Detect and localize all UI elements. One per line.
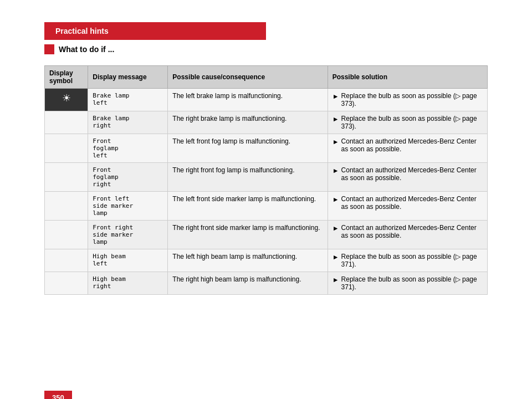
solution-text: Contact an authorized Mercedes-Benz Cent… bbox=[341, 166, 483, 182]
table-row: Brake lamp rightThe right brake lamp is … bbox=[45, 111, 488, 134]
list-item: ►Replace the bulb as soon as possible (▷… bbox=[332, 115, 483, 130]
symbol-cell-empty bbox=[45, 111, 88, 134]
solution-text: Replace the bulb as soon as possible (▷ … bbox=[341, 275, 483, 291]
col-header-solution: Possible solution bbox=[328, 66, 487, 89]
arrow-icon: ► bbox=[332, 196, 339, 203]
table-row: Front right side marker lampThe right fr… bbox=[45, 221, 488, 249]
solution-text: Replace the bulb as soon as possible (▷ … bbox=[341, 115, 483, 130]
list-item: ►Replace the bulb as soon as possible (▷… bbox=[332, 275, 483, 291]
arrow-icon: ► bbox=[332, 138, 339, 146]
table-row: Front foglamp rightThe right front fog l… bbox=[45, 163, 488, 192]
message-cell: Brake lamp left bbox=[88, 89, 168, 111]
bulb-icon: ☀ bbox=[62, 93, 71, 104]
message-cell: Front foglamp right bbox=[88, 163, 168, 192]
message-cell: Brake lamp right bbox=[88, 111, 168, 134]
arrow-icon: ► bbox=[332, 115, 339, 123]
header-bar: Practical hints bbox=[44, 22, 266, 40]
solution-cell: ►Replace the bulb as soon as possible (▷… bbox=[328, 272, 487, 295]
section-title-bar bbox=[44, 44, 54, 54]
cause-cell: The right brake lamp is malfunctioning. bbox=[168, 111, 328, 134]
table-row: Front foglamp leftThe left front fog lam… bbox=[45, 134, 488, 163]
table-header-row: Display symbol Display message Possible … bbox=[45, 66, 488, 89]
list-item: ►Replace the bulb as soon as possible (▷… bbox=[332, 92, 483, 108]
list-item: ►Contact an authorized Mercedes-Benz Cen… bbox=[332, 224, 483, 239]
solution-text: Contact an authorized Mercedes-Benz Cent… bbox=[341, 137, 483, 153]
col-header-symbol: Display symbol bbox=[45, 66, 88, 89]
solution-cell: ►Replace the bulb as soon as possible (▷… bbox=[328, 249, 487, 272]
cause-cell: The right front side marker lamp is malf… bbox=[168, 221, 328, 249]
cause-cell: The left front side marker lamp is malfu… bbox=[168, 192, 328, 221]
solution-text: Replace the bulb as soon as possible (▷ … bbox=[341, 253, 483, 268]
main-table: Display symbol Display message Possible … bbox=[44, 65, 488, 295]
message-cell: Front foglamp left bbox=[88, 134, 168, 163]
cause-cell: The right front fog lamp is malfunctioni… bbox=[168, 163, 328, 192]
message-cell: Front left side marker lamp bbox=[88, 192, 168, 221]
section-title: What to do if ... bbox=[59, 45, 114, 54]
page-container: Practical hints What to do if ... Displa… bbox=[0, 22, 532, 399]
solution-cell: ►Replace the bulb as soon as possible (▷… bbox=[328, 89, 487, 111]
solution-cell: ►Contact an authorized Mercedes-Benz Cen… bbox=[328, 192, 487, 221]
list-item: ►Replace the bulb as soon as possible (▷… bbox=[332, 253, 483, 268]
symbol-cell: ☀ bbox=[45, 89, 88, 111]
cause-cell: The left brake lamp is malfunctioning. bbox=[168, 89, 328, 111]
section-title-row: What to do if ... bbox=[44, 44, 532, 54]
cause-cell: The left high beam lamp is malfunctionin… bbox=[168, 249, 328, 272]
list-item: ►Contact an authorized Mercedes-Benz Cen… bbox=[332, 195, 483, 211]
solution-text: Replace the bulb as soon as possible (▷ … bbox=[341, 92, 483, 108]
page-number: 350 bbox=[44, 391, 72, 399]
list-item: ►Contact an authorized Mercedes-Benz Cen… bbox=[332, 137, 483, 153]
arrow-icon: ► bbox=[332, 253, 339, 261]
symbol-cell-empty bbox=[45, 192, 88, 221]
header-title: Practical hints bbox=[55, 27, 109, 35]
arrow-icon: ► bbox=[332, 93, 339, 100]
message-cell: High beam right bbox=[88, 272, 168, 295]
symbol-cell-empty bbox=[45, 272, 88, 295]
solution-cell: ►Contact an authorized Mercedes-Benz Cen… bbox=[328, 221, 487, 249]
arrow-icon: ► bbox=[332, 167, 339, 175]
table-row: ☀Brake lamp leftThe left brake lamp is m… bbox=[45, 89, 488, 111]
solution-text: Contact an authorized Mercedes-Benz Cent… bbox=[341, 224, 483, 239]
solution-text: Contact an authorized Mercedes-Benz Cent… bbox=[341, 195, 483, 211]
col-header-message: Display message bbox=[88, 66, 168, 89]
table-row: High beam leftThe left high beam lamp is… bbox=[45, 249, 488, 272]
cause-cell: The left front fog lamp is malfunctionin… bbox=[168, 134, 328, 163]
message-cell: High beam left bbox=[88, 249, 168, 272]
list-item: ►Contact an authorized Mercedes-Benz Cen… bbox=[332, 166, 483, 182]
arrow-icon: ► bbox=[332, 224, 339, 232]
arrow-icon: ► bbox=[332, 276, 339, 284]
symbol-cell-empty bbox=[45, 221, 88, 249]
message-cell: Front right side marker lamp bbox=[88, 221, 168, 249]
symbol-cell-empty bbox=[45, 163, 88, 192]
symbol-cell-empty bbox=[45, 134, 88, 163]
symbol-cell-empty bbox=[45, 249, 88, 272]
table-row: Front left side marker lampThe left fron… bbox=[45, 192, 488, 221]
col-header-cause: Possible cause/consequence bbox=[168, 66, 328, 89]
solution-cell: ►Contact an authorized Mercedes-Benz Cen… bbox=[328, 134, 487, 163]
cause-cell: The right high beam lamp is malfunctioni… bbox=[168, 272, 328, 295]
table-row: High beam rightThe right high beam lamp … bbox=[45, 272, 488, 295]
solution-cell: ►Contact an authorized Mercedes-Benz Cen… bbox=[328, 163, 487, 192]
solution-cell: ►Replace the bulb as soon as possible (▷… bbox=[328, 111, 487, 134]
